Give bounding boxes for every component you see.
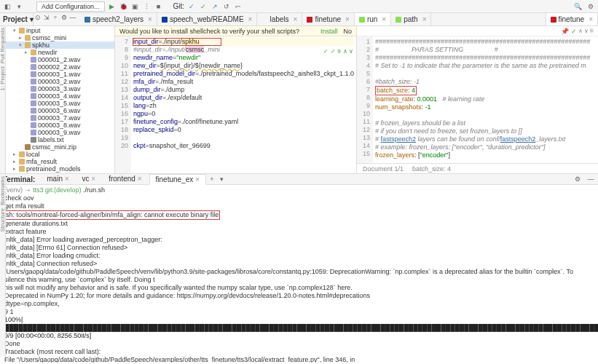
tree-item-000003_1-wav[interactable]: 000003_1.wav [6, 71, 114, 78]
close-tab-icon[interactable]: × [422, 15, 427, 23]
debug-icon[interactable]: 🐞 [119, 2, 128, 11]
banner-install-link[interactable]: Install [320, 28, 338, 35]
close-icon[interactable]: × [91, 175, 95, 183]
tree-item-labels-txt[interactable]: labels.txt [6, 136, 114, 143]
close-tab-icon[interactable]: × [148, 15, 152, 23]
dir-icon [19, 151, 25, 157]
close-tab-icon[interactable]: × [345, 15, 350, 23]
tab-finetune[interactable]: finetune× [546, 13, 598, 25]
terminal-settings-icon[interactable]: ⚙ [573, 175, 582, 183]
run-icon[interactable]: ▶ [108, 2, 117, 11]
shellcheck-banner: Would you like to install shellcheck to … [115, 26, 356, 36]
close-tab-icon[interactable]: × [294, 15, 298, 23]
tree-item-000003_8-wav[interactable]: 000003_8.wav [6, 122, 114, 129]
tab-speech_web-README[interactable]: speech_web/README× [157, 13, 258, 25]
dir-icon [25, 42, 31, 48]
txt-icon [31, 137, 36, 143]
dir-icon [19, 28, 25, 33]
tree-item-000003_4-wav[interactable]: 000003_4.wav [6, 92, 114, 100]
wav-icon [31, 71, 36, 77]
dir-icon [19, 159, 25, 165]
close-icon[interactable]: × [138, 175, 142, 183]
tree-item-csmsc_mini[interactable]: ▸csmsc_mini [6, 34, 114, 41]
tab-labels[interactable]: labels× [257, 13, 302, 25]
add-terminal-icon[interactable]: + [208, 175, 216, 183]
banner-no-link[interactable]: No [343, 28, 352, 35]
coverage-icon[interactable]: ▣ [131, 2, 140, 11]
project-tool[interactable]: 1: Project [0, 65, 6, 92]
terminal-tab-frontend[interactable]: frontend × [103, 174, 147, 185]
tree-item-local[interactable]: ▸local [6, 151, 114, 158]
stop-icon[interactable]: ■ [154, 2, 163, 11]
close-tab-icon[interactable]: × [382, 15, 386, 23]
git-history-icon[interactable]: ↺ [222, 2, 231, 11]
tab-speech2_layers[interactable]: speech2_layers× [80, 13, 157, 25]
terminal-tab-finetune_ex[interactable]: finetune_ex × [149, 174, 206, 185]
file-type-icon [261, 17, 267, 23]
collapse-icon[interactable]: ÷ [51, 13, 60, 22]
editor-status: Document 1/1 batch_size: 4 [357, 163, 598, 173]
inspection-badge[interactable]: ✓✓ 9 ∧ ∨ [323, 48, 353, 55]
wav-icon [31, 79, 36, 84]
tree-item-000001_2-wav[interactable]: 000001_2.wav [6, 56, 114, 63]
bookmarks-tool[interactable]: Bookmarks [0, 175, 6, 207]
search-icon[interactable]: 🔍 [573, 2, 582, 11]
run-config-selector[interactable]: Add Configuration... [36, 1, 105, 12]
wav-icon [31, 108, 36, 114]
structure-tool[interactable]: Structure [0, 207, 6, 233]
project-icon[interactable]: ◧ [3, 2, 12, 11]
zip-icon [25, 144, 31, 150]
close-tab-icon[interactable]: × [589, 15, 593, 23]
git-rollback-icon[interactable]: ⤺ [234, 2, 243, 11]
hide-terminal-icon[interactable]: — [586, 175, 595, 183]
code-body[interactable]: input_dir=./input/spkhu#input_dir=./inpu… [131, 36, 356, 173]
close-tab-icon[interactable]: × [248, 15, 253, 23]
tree-item-000003_9-wav[interactable]: 000003_9.wav [6, 129, 114, 136]
tab-finetune[interactable]: finetune× [302, 13, 354, 25]
git-update-icon[interactable]: ✓ [187, 2, 196, 11]
wav-icon [31, 64, 36, 70]
hide-icon[interactable]: — [68, 13, 77, 22]
tree-item-000003_3-wav[interactable]: 000003_3.wav [6, 85, 114, 92]
select-open-icon[interactable]: ⊙ [34, 13, 42, 22]
file-type-icon [84, 17, 90, 23]
tree-item-000003_2-wav[interactable]: 000003_2.wav [6, 78, 114, 85]
tree-item-000003_7-wav[interactable]: 000003_7.wav [6, 114, 114, 122]
git-commit-icon[interactable]: ✓ [199, 2, 208, 11]
dir-icon [31, 50, 36, 55]
tree-item-000002_2-wav[interactable]: 000002_2.wav [6, 63, 114, 71]
main-toolbar: ◧ ▾ Add Configuration... ▶ 🐞 ▣ ⋮ ■ Git: … [0, 0, 598, 13]
terminal-tab-main[interactable]: main × [41, 174, 74, 185]
close-icon[interactable]: × [195, 175, 200, 183]
settings-icon[interactable]: ⚙ [60, 13, 68, 22]
tree-item-spkhu[interactable]: ▾spkhu [6, 41, 114, 49]
tree-item-newdir[interactable]: ▸newdir [6, 49, 114, 56]
code-body[interactable]: ########################################… [373, 36, 598, 163]
tab-path[interactable]: path× [391, 13, 431, 25]
file-type-icon [307, 17, 312, 23]
tree-item-mfa_result[interactable]: ▸mfa_result [6, 158, 114, 165]
pull-requests-tool[interactable]: Pull Requests [0, 26, 6, 65]
tree-item-pretrained_models[interactable]: ▸pretrained_models [6, 165, 114, 173]
tree-item-000003_6-wav[interactable]: 000003_6.wav [6, 107, 114, 114]
wav-icon [31, 130, 36, 135]
wav-icon [31, 122, 36, 128]
close-icon[interactable]: × [65, 175, 69, 183]
profile-icon[interactable]: ⋮ [143, 2, 152, 11]
dir-icon [25, 35, 31, 41]
git-push-icon[interactable]: ↗ [211, 2, 219, 11]
terminal-dropdown-icon[interactable]: ▾ [218, 175, 227, 183]
wav-icon [31, 93, 36, 99]
project-tree[interactable]: ▾input▸csmsc_mini▾spkhu▸newdir000001_2.w… [6, 26, 115, 173]
tab-run[interactable]: run× [355, 13, 391, 25]
terminal-body[interactable]: (venv) → tts3 git:(develop) ./run.shchec… [0, 185, 598, 363]
tree-item-000003_5-wav[interactable]: 000003_5.wav [6, 100, 114, 107]
terminal-tab-vc[interactable]: vc × [76, 174, 102, 185]
project-tool-header[interactable]: Project ▾ [0, 13, 34, 25]
pin-icon[interactable]: 📌 [561, 27, 570, 36]
expand-all-icon[interactable]: ⇲ [42, 13, 51, 22]
chevron-down-icon[interactable]: ▾ [15, 2, 23, 11]
settings-icon[interactable]: ⚙ [586, 2, 595, 11]
tree-item-input[interactable]: ▾input [6, 27, 114, 34]
tree-item-csmsc_mini-zip[interactable]: csmsc_mini.zip [6, 143, 114, 151]
